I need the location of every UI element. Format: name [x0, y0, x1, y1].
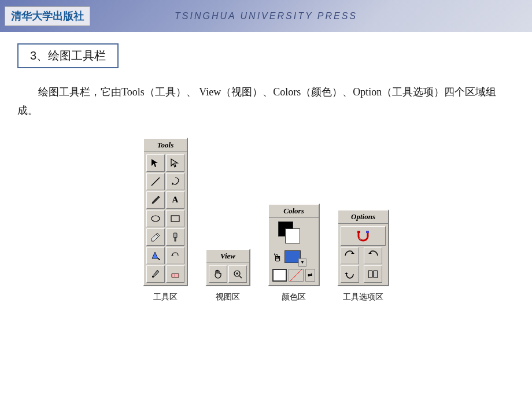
svg-line-13 [239, 276, 242, 278]
tool-text[interactable]: A [166, 191, 184, 209]
svg-marker-22 [345, 272, 348, 274]
view-panel-title: View [206, 250, 249, 263]
svg-rect-6 [173, 233, 177, 238]
tool-fill[interactable] [146, 247, 165, 264]
options-panel-title: Options [338, 210, 388, 224]
tool-line[interactable] [146, 173, 165, 190]
tool-ellipse[interactable] [146, 210, 165, 227]
eyedropper-icon[interactable]: 🖱 [272, 252, 283, 264]
logo-text: 清华大学出版社 [11, 10, 84, 22]
tools-label: 工具区 [143, 292, 188, 302]
tools-panel-title: Tools [144, 139, 187, 152]
tool-pencil[interactable] [146, 228, 165, 246]
view-grid [206, 263, 249, 285]
tools-grid: A [144, 152, 187, 285]
view-hand[interactable] [209, 265, 227, 283]
label-row: 工具区 视图区 颜色区 工具选项区 [17, 292, 515, 302]
options-panel: Options [337, 209, 389, 286]
view-panel: View [205, 249, 250, 286]
magnet-tool[interactable] [341, 226, 386, 246]
tool-transform[interactable] [166, 247, 184, 264]
colors-label: 颜色区 [268, 292, 320, 302]
svg-rect-4 [171, 216, 179, 221]
view-zoom[interactable] [228, 265, 247, 283]
svg-marker-1 [171, 159, 178, 167]
logo-area: 清华大学出版社 [5, 6, 90, 26]
opt-bend2[interactable] [364, 247, 382, 264]
tool-eraser[interactable] [166, 265, 184, 283]
svg-rect-10 [172, 274, 179, 278]
tool-lasso[interactable] [166, 173, 184, 190]
magnet-row [341, 226, 386, 246]
tool-pen[interactable] [146, 191, 165, 209]
white-swatch[interactable] [272, 269, 287, 282]
opt-flip[interactable] [364, 265, 382, 283]
header-title: TSINGHUA UNIVERSITY PRESS [175, 11, 357, 21]
tool-arrow2[interactable] [166, 154, 184, 172]
tool-brush[interactable] [166, 228, 184, 246]
svg-line-16 [290, 269, 302, 281]
opt-bend1[interactable] [341, 247, 359, 264]
toolbar-illustration: Tools [17, 138, 515, 286]
opt-rotate[interactable] [341, 265, 359, 283]
tool-rect[interactable] [166, 210, 184, 227]
svg-marker-8 [171, 254, 173, 256]
colors-panel-title: Colors [269, 205, 319, 218]
svg-line-2 [152, 178, 160, 186]
header: 清华大学出版社 TSINGHUA UNIVERSITY PRESS [0, 0, 532, 32]
tool-eyedropper[interactable] [146, 265, 165, 283]
transparent-swatch[interactable] [289, 269, 303, 282]
tool-arrow1[interactable] [146, 154, 165, 172]
section-title-box: 3、绘图工具栏 [17, 43, 119, 68]
color-picker-row: 🖱 ▼ [272, 250, 315, 267]
svg-rect-7 [175, 238, 176, 241]
svg-point-9 [152, 276, 154, 278]
colors-content: 🖱 ▼ ⇄ [269, 218, 319, 285]
section-title: 3、绘图工具栏 [30, 49, 106, 62]
svg-marker-0 [152, 159, 158, 167]
options-label: 工具选项区 [337, 292, 389, 302]
options-grid [338, 224, 388, 285]
description-text: 绘图工具栏，它由Tools（工具）、 View（视图）、Colors（颜色）、O… [17, 83, 515, 120]
svg-rect-17 [357, 231, 360, 233]
svg-marker-20 [351, 252, 354, 254]
tools-panel: Tools [143, 138, 188, 286]
colors-panel: Colors 🖱 ▼ [268, 204, 320, 286]
main-content: 3、绘图工具栏 绘图工具栏，它由Tools（工具）、 View（视图）、Colo… [0, 32, 532, 399]
view-label: 视图区 [205, 292, 250, 302]
swap-icon[interactable]: ⇄ [305, 269, 315, 282]
svg-rect-23 [368, 271, 372, 278]
svg-rect-24 [374, 271, 378, 278]
background-swatch[interactable] [285, 228, 300, 243]
color-bottom-row: ⇄ [272, 269, 315, 282]
color-box[interactable]: ▼ [285, 250, 306, 267]
svg-rect-18 [366, 231, 369, 233]
svg-marker-21 [368, 252, 372, 254]
svg-point-3 [152, 216, 160, 221]
